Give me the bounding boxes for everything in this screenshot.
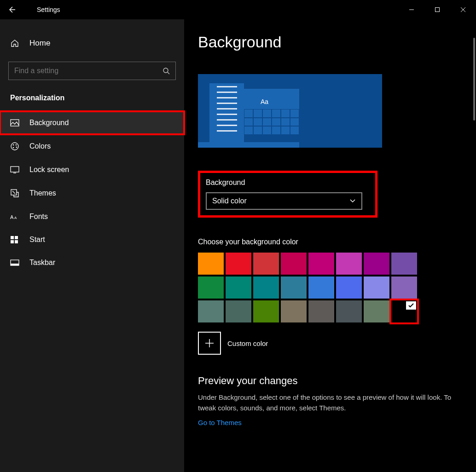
background-dropdown-value: Solid color — [212, 197, 247, 205]
back-button[interactable] — [0, 0, 23, 19]
color-swatch[interactable] — [198, 253, 224, 275]
search-input[interactable] — [14, 67, 163, 75]
svg-point-8 — [13, 144, 14, 146]
svg-rect-17 — [11, 236, 14, 239]
color-swatch[interactable] — [364, 253, 389, 275]
custom-color-label: Custom color — [227, 340, 268, 347]
color-swatch[interactable] — [226, 300, 251, 322]
color-swatch[interactable] — [391, 276, 417, 299]
main-content: Background Aa Background Sol — [184, 19, 476, 472]
sidebar-item-label: Background — [29, 119, 69, 127]
home-icon — [10, 39, 19, 48]
svg-rect-1 — [435, 8, 440, 12]
svg-rect-20 — [15, 240, 18, 243]
sidebar-item-colors[interactable]: Colors — [0, 134, 184, 158]
color-swatch[interactable] — [308, 253, 334, 275]
picture-icon — [10, 119, 19, 127]
chevron-down-icon — [349, 199, 356, 203]
svg-point-9 — [16, 144, 17, 146]
color-swatch[interactable] — [336, 253, 362, 275]
plus-icon — [204, 338, 215, 348]
sidebar-home-label: Home — [29, 39, 50, 48]
sidebar-home[interactable]: Home — [0, 33, 184, 53]
background-dropdown-label: Background — [206, 178, 370, 187]
background-dropdown[interactable]: Solid color — [206, 192, 362, 210]
svg-point-4 — [163, 68, 168, 73]
svg-rect-6 — [11, 120, 19, 126]
color-swatch[interactable] — [281, 276, 307, 299]
fonts-icon: AA — [10, 213, 19, 220]
sidebar-item-label: Taskbar — [29, 259, 55, 267]
scrollbar[interactable] — [473, 38, 475, 121]
preview-window: Aa — [244, 89, 299, 135]
sidebar-item-label: Colors — [29, 142, 51, 150]
color-swatch[interactable] — [391, 300, 417, 322]
color-swatch-grid — [198, 253, 417, 322]
color-swatch[interactable] — [281, 300, 307, 322]
palette-icon — [10, 142, 19, 151]
desktop-preview: Aa — [198, 74, 382, 148]
color-swatch[interactable] — [198, 276, 224, 299]
sidebar: Home Personalization Background Colors — [0, 19, 184, 472]
page-title: Background — [198, 33, 462, 51]
svg-point-7 — [11, 143, 18, 150]
color-swatch[interactable] — [226, 276, 251, 299]
sidebar-item-start[interactable]: Start — [0, 228, 184, 251]
svg-text:A: A — [14, 216, 17, 220]
checkmark-icon — [406, 301, 416, 310]
color-swatch[interactable] — [253, 253, 279, 275]
window-title: Settings — [37, 6, 60, 13]
close-button[interactable] — [450, 0, 476, 19]
svg-point-10 — [13, 147, 14, 149]
preview-changes-description: Under Background, select one of the opti… — [198, 392, 456, 413]
minimize-button[interactable] — [399, 0, 424, 19]
svg-rect-19 — [11, 240, 14, 243]
svg-line-5 — [168, 72, 169, 74]
svg-rect-18 — [15, 236, 18, 239]
color-swatch[interactable] — [308, 276, 334, 299]
window-controls — [399, 0, 476, 19]
sidebar-section-heading: Personalization — [0, 89, 184, 111]
color-swatch[interactable] — [364, 276, 389, 299]
sidebar-item-taskbar[interactable]: Taskbar — [0, 251, 184, 274]
sidebar-item-themes[interactable]: Themes — [0, 181, 184, 205]
color-swatch[interactable] — [281, 253, 307, 275]
maximize-button[interactable] — [424, 0, 450, 19]
preview-changes-heading: Preview your changes — [198, 375, 462, 387]
color-swatch[interactable] — [336, 300, 362, 322]
sidebar-item-label: Fonts — [29, 213, 48, 221]
preview-aa-text: Aa — [261, 98, 268, 105]
go-to-themes-link[interactable]: Go to Themes — [198, 419, 242, 426]
color-swatch[interactable] — [226, 253, 251, 275]
sidebar-item-lockscreen[interactable]: Lock screen — [0, 158, 184, 181]
sidebar-item-fonts[interactable]: AA Fonts — [0, 205, 184, 228]
search-field[interactable] — [8, 62, 176, 80]
themes-icon — [10, 189, 19, 198]
svg-rect-12 — [11, 167, 19, 172]
sidebar-item-label: Start — [29, 236, 45, 244]
monitor-icon — [10, 166, 19, 173]
taskbar-icon — [10, 259, 19, 266]
color-swatch[interactable] — [364, 300, 389, 322]
svg-point-11 — [16, 147, 17, 148]
color-swatch[interactable] — [336, 276, 362, 299]
color-swatch[interactable] — [253, 276, 279, 299]
sidebar-item-background[interactable]: Background — [0, 111, 184, 134]
choose-color-label: Choose your background color — [198, 238, 462, 246]
svg-text:A: A — [10, 214, 14, 220]
svg-rect-22 — [11, 264, 19, 265]
start-icon — [10, 236, 19, 244]
titlebar: Settings — [0, 0, 476, 19]
sidebar-item-label: Themes — [29, 189, 56, 197]
preview-taskbar — [198, 142, 299, 148]
color-swatch[interactable] — [253, 300, 279, 322]
custom-color-button[interactable] — [198, 332, 221, 355]
sidebar-item-label: Lock screen — [29, 166, 69, 174]
preview-start-menu — [209, 83, 244, 143]
color-swatch[interactable] — [198, 300, 224, 322]
background-dropdown-highlight: Background Solid color — [198, 171, 377, 218]
color-swatch[interactable] — [391, 253, 417, 275]
color-swatch[interactable] — [308, 300, 334, 322]
search-icon — [163, 67, 170, 75]
